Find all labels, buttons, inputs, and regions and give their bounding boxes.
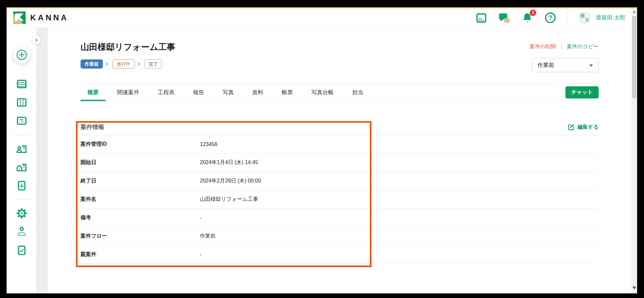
board-view-icon [16,96,28,108]
status-badge: 進行中 [112,59,135,69]
user-name: 亜留田 太郎 [596,14,625,21]
user-menu[interactable]: 亜 太 亜留田 太郎 [578,11,625,24]
vertical-scrollbar[interactable] [632,8,637,293]
copy-project-link[interactable]: 案件のコピー [567,43,599,50]
scroll-up-icon[interactable] [632,10,636,13]
chat-open-button[interactable]: チャット [565,86,599,98]
info-label: 案件フロー [81,233,200,240]
tab[interactable]: 写真 [216,84,241,101]
app-window: KANNA [7,7,637,293]
edit-pencil-icon [567,123,575,131]
info-label: 開始日 [81,159,200,166]
tab[interactable]: 関連案件 [110,84,146,101]
info-row: 開始日 2024年1月4日 (木) 14:45 [81,154,599,172]
svg-text:?: ? [548,14,552,21]
sidebar-item-board-view[interactable] [13,94,30,111]
status-flow-step: 作業前 [81,59,109,69]
status-badge: 作業前 [81,59,103,69]
sidebar-divider [14,199,30,200]
sidebar-divider [14,135,30,135]
info-row: 案件名 山田様邸リフォーム工事 [81,190,599,209]
avatar: 亜 太 [578,11,591,24]
info-value: 2024年2月29日 (木) 00:00 [200,178,261,184]
help-icon: ? [544,12,556,24]
tab[interactable]: 担当 [345,84,370,101]
sidebar-item-settings[interactable] [13,205,30,222]
tab-bar: 概要関連案件工程表報告写真資料帳票写真台帳担当 チャット [81,83,599,101]
clipboard-download-icon [16,180,28,191]
flow-status-value: 作業前 [537,61,554,69]
info-value: 123456 [200,141,217,147]
info-value: - [200,215,202,221]
tab[interactable]: 資料 [245,84,270,101]
info-label: 案件名 [81,196,200,203]
tab[interactable]: 帳票 [275,84,300,101]
clipboard-check-icon [16,244,28,256]
property-list-icon [16,161,28,173]
plus-circle-icon [16,49,27,60]
sidebar-item-card-view[interactable] [13,112,30,129]
body: 山田様邸リフォーム工事 作業前 進行中 完了 [7,28,632,293]
info-row: 終了日 2024年2月29日 (木) 00:00 [81,172,599,190]
status-flow-step: 完了 [144,59,162,69]
status-flow: 作業前 進行中 完了 [81,59,175,69]
sidebar-item-list-view[interactable] [13,75,30,93]
notifications-button[interactable]: 1 [521,11,534,24]
delete-project-link[interactable]: 案件の削除 [530,43,556,50]
arrow-separator-icon [138,62,141,66]
tab[interactable]: 工程表 [151,84,181,101]
info-row: 親案件 - [81,245,599,264]
chat-button[interactable] [498,11,511,24]
info-value: 作業前 [200,233,216,240]
kanna-logo-icon[interactable] [13,11,26,24]
header-divider [567,8,567,27]
info-label: 親案件 [81,251,200,258]
chevron-down-icon [589,64,593,67]
info-rows: 案件管理ID 123456 開始日 2024年1月4日 (木) 14:45 終了… [81,135,599,264]
sidebar-item-import[interactable] [13,177,30,194]
info-value: 山田様邸リフォーム工事 [200,196,258,203]
create-new-button[interactable] [13,46,31,64]
list-view-icon [16,78,28,90]
flow-status-dropdown[interactable]: 作業前 [532,58,599,72]
project-info-section: 案件情報 編集する 案件管理ID 123456 開始日 2024年 [81,118,599,264]
info-row: 案件管理ID 123456 [81,135,599,154]
top-bar: KANNA [7,8,637,27]
section-title: 案件情報 [81,123,104,131]
tab[interactable]: 写真台帳 [304,84,341,101]
info-label: 終了日 [81,178,200,184]
info-label: 案件管理ID [81,141,200,148]
sidebar-item-profile[interactable] [13,223,30,240]
person-icon [16,226,28,238]
brand-name: KANNA [30,13,69,22]
info-label: 備考 [81,214,200,221]
tab[interactable]: 概要 [81,84,106,101]
edit-button[interactable]: 編集する [567,123,599,131]
info-value: - [200,252,202,258]
status-flow-step: 進行中 [112,59,141,69]
link-separator: | [561,44,562,50]
sidebar-item-customers[interactable] [13,140,30,157]
chat-icon [498,12,511,24]
notification-count-badge: 1 [530,10,536,16]
sidebar-item-tasks[interactable] [13,242,30,259]
help-button[interactable]: ? [544,11,557,24]
arrow-separator-icon [106,62,109,66]
page-title: 山田様邸リフォーム工事 [81,41,175,53]
card-view-icon [16,115,28,127]
scroll-down-icon[interactable] [632,287,636,289]
info-row: 案件フロー 作業前 [81,227,599,245]
customer-list-icon [16,143,28,155]
info-row: 備考 - [81,209,599,227]
scrollbar-thumb[interactable] [632,16,636,98]
tab[interactable]: 報告 [186,84,211,101]
status-badge: 完了 [144,59,162,69]
sidebar-item-properties[interactable] [13,159,30,176]
main-content: 山田様邸リフォーム工事 作業前 進行中 完了 [48,28,632,293]
sidebar-expand-button[interactable] [32,35,41,44]
chevron-right-icon [35,38,38,42]
calendar-button[interactable] [475,11,488,24]
top-accent-bar [7,7,637,8]
sidebar [7,28,37,293]
gear-icon [16,207,28,219]
